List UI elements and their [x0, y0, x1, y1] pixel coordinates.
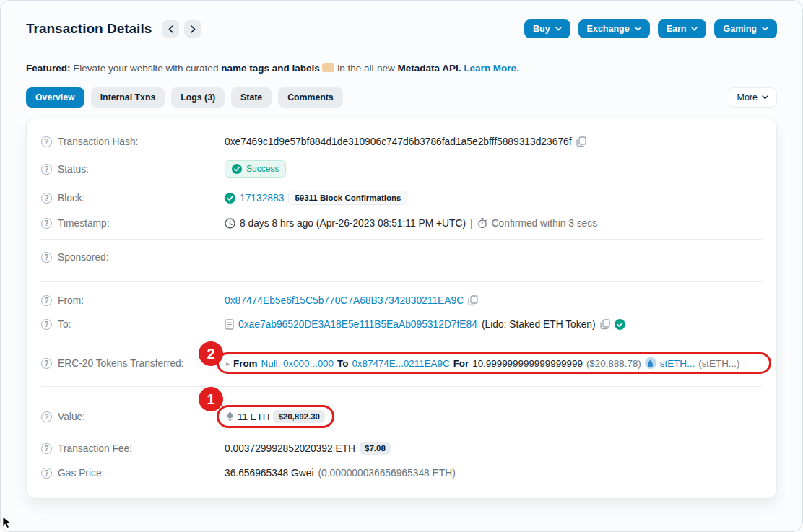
gaming-label: Gaming	[723, 24, 757, 34]
chevron-down-icon	[762, 27, 768, 31]
check-circle-icon	[232, 164, 242, 174]
transaction-fee-value: 0.003729992852020392 ETH	[225, 443, 355, 454]
row-transaction-fee: ? Transaction Fee: 0.003729992852020392 …	[41, 435, 762, 461]
copy-icon[interactable]	[576, 136, 586, 147]
row-value: ? Value: 1 11 ETH $20,892.30	[41, 391, 762, 435]
gas-price-label: Gas Price:	[58, 468, 104, 479]
value-amount: 11 ETH	[238, 411, 269, 422]
featured-text2: in the all-new	[337, 63, 395, 74]
timestamp-separator: |	[470, 218, 473, 229]
eth-icon	[226, 411, 234, 422]
tab-overview[interactable]: Overview	[26, 87, 84, 108]
erc20-to-link[interactable]: 0x87474E...0211EA9C	[352, 358, 449, 369]
gaming-dropdown-button[interactable]: Gaming	[714, 19, 777, 38]
erc20-from-link[interactable]: Null: 0x000...000	[261, 358, 334, 369]
chevron-down-icon	[762, 95, 768, 100]
help-icon[interactable]: ?	[41, 252, 52, 263]
more-dropdown-button[interactable]: More	[729, 87, 777, 108]
learn-more-link[interactable]: Learn More.	[464, 63, 519, 74]
block-number-link[interactable]: 17132883	[240, 193, 284, 204]
to-label: To:	[58, 319, 71, 330]
help-icon[interactable]: ?	[41, 468, 52, 479]
exchange-label: Exchange	[587, 24, 630, 34]
row-timestamp: ? Timestamp: 8 days 8 hrs ago (Apr-26-20…	[41, 212, 762, 235]
erc20-for-word: For	[453, 358, 469, 369]
help-icon[interactable]: ?	[41, 164, 52, 175]
row-block: ? Block: 17132883 59311 Block Confirmati…	[41, 184, 762, 212]
row-gas-price: ? Gas Price: 36.656965348 Gwei (0.000000…	[41, 461, 762, 485]
value-annotation-box: 1 11 ETH $20,892.30	[217, 405, 334, 428]
transaction-details-page: Transaction Details Buy Exchange Earn	[0, 17, 803, 499]
help-icon[interactable]: ?	[41, 358, 52, 369]
row-from: ? From: 0x87474Eb5e6f15C5b770C7A68B37342…	[41, 285, 762, 313]
erc20-to-word: To	[337, 358, 348, 369]
timestamp-label: Timestamp:	[58, 218, 110, 229]
clock-icon	[225, 218, 235, 229]
tabs-row: Overview Internal Txns Logs (3) State Co…	[26, 87, 777, 108]
contract-icon	[225, 319, 234, 330]
erc20-usd-value: ($20,888.78)	[586, 358, 641, 369]
tab-state[interactable]: State	[231, 87, 272, 108]
help-icon[interactable]: ?	[41, 295, 52, 306]
erc20-annotation-box: 2 ▸ From Null: 0x000...000 To 0x87474E..…	[217, 352, 771, 374]
section-divider	[41, 239, 762, 240]
row-status: ? Status: Success	[41, 154, 762, 184]
erc20-token-link[interactable]: stETH...	[660, 358, 695, 369]
erc20-from-word: From	[233, 358, 257, 369]
help-icon[interactable]: ?	[41, 443, 52, 454]
tab-internal-txns[interactable]: Internal Txns	[91, 87, 165, 108]
tab-comments[interactable]: Comments	[278, 87, 343, 108]
gas-price-eth: (0.000000036656965348 ETH)	[318, 468, 456, 479]
transaction-hash-value: 0xe7469c1d9e57bf884d1de310906c747d6b3786…	[225, 136, 572, 147]
featured-text: Elevate your website with curated	[73, 63, 218, 74]
row-erc20-transfers: ? ERC-20 Tokens Transferred: 2 ▸ From Nu…	[41, 336, 762, 383]
prev-transaction-button[interactable]	[162, 20, 179, 38]
page-header: Transaction Details Buy Exchange Earn	[26, 17, 777, 40]
earn-label: Earn	[667, 24, 687, 34]
exchange-dropdown-button[interactable]: Exchange	[578, 19, 650, 38]
help-icon[interactable]: ?	[41, 411, 52, 422]
pagination	[162, 20, 201, 38]
copy-icon[interactable]	[468, 295, 478, 306]
transaction-fee-label: Transaction Fee:	[58, 443, 132, 454]
page-title: Transaction Details	[26, 21, 152, 37]
next-transaction-button[interactable]	[184, 20, 201, 38]
help-icon[interactable]: ?	[41, 218, 52, 229]
row-transaction-hash: ? Transaction Hash: 0xe7469c1d9e57bf884d…	[41, 130, 762, 154]
finalized-check-icon	[225, 193, 235, 204]
fee-usd-badge: $7.08	[360, 442, 391, 455]
tab-list: Overview Internal Txns Logs (3) State Co…	[26, 87, 343, 108]
featured-bold-metadata: Metadata API.	[398, 63, 461, 74]
stopwatch-icon	[477, 218, 487, 229]
row-sponsored: ? Sponsored:	[41, 243, 762, 277]
tab-logs[interactable]: Logs (3)	[171, 87, 225, 108]
from-address-link[interactable]: 0x87474Eb5e6f15C5b770C7A68B37342830211EA…	[225, 295, 464, 306]
status-badge: Success	[225, 160, 286, 178]
status-label: Status:	[58, 164, 89, 175]
expand-caret-icon[interactable]: ▸	[226, 359, 230, 367]
gas-price-gwei: 36.656965348 Gwei	[225, 468, 314, 479]
value-label: Value:	[58, 411, 85, 422]
timestamp-value: 8 days 8 hrs ago (Apr-26-2023 08:51:11 P…	[240, 218, 466, 229]
help-icon[interactable]: ?	[41, 193, 52, 204]
value-usd-badge: $20,892.30	[273, 410, 325, 423]
erc20-token-symbol: (stETH...)	[698, 358, 739, 369]
help-icon[interactable]: ?	[41, 136, 52, 147]
erc20-amount: 10.999999999999999999	[472, 358, 583, 369]
help-icon[interactable]: ?	[41, 319, 52, 330]
label-emoji: 🏷️	[322, 63, 334, 72]
copy-icon[interactable]	[600, 319, 610, 330]
earn-dropdown-button[interactable]: Earn	[658, 19, 707, 38]
row-to: ? To: 0xae7ab96520DE3A18E5e111B5EaAb0953…	[41, 313, 762, 336]
mouse-cursor	[2, 516, 12, 529]
to-address-link[interactable]: 0xae7ab96520DE3A18E5e111B5EaAb095312D7fE…	[238, 319, 477, 330]
featured-prefix: Featured:	[26, 63, 71, 74]
erc20-label: ERC-20 Tokens Transferred:	[58, 358, 184, 369]
section-divider	[41, 386, 762, 387]
chevron-right-icon	[191, 25, 196, 33]
featured-banner: Featured: Elevate your website with cura…	[26, 53, 777, 81]
buy-dropdown-button[interactable]: Buy	[524, 19, 570, 38]
annotation-circle-2: 2	[199, 341, 223, 366]
transaction-overview-card: ? Transaction Hash: 0xe7469c1d9e57bf884d…	[26, 118, 777, 499]
buy-label: Buy	[533, 24, 550, 34]
